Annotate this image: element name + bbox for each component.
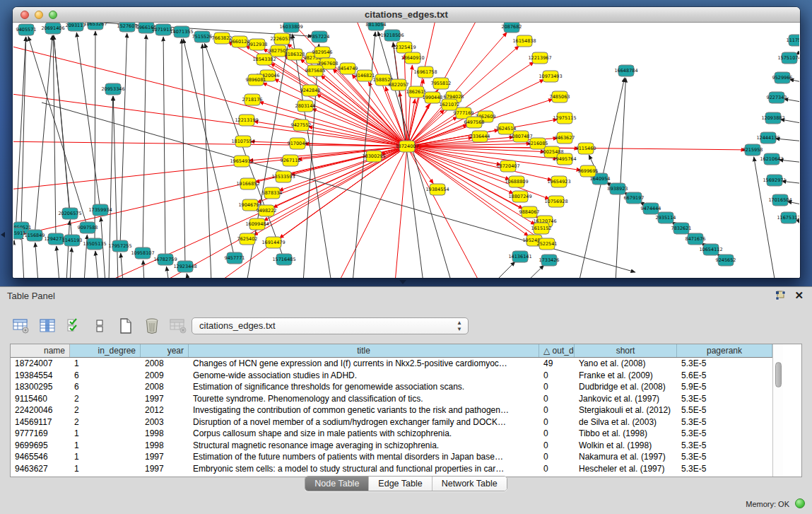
tab-node-table[interactable]: Node Table xyxy=(305,477,368,491)
close-panel-icon[interactable]: ✕ xyxy=(794,290,804,301)
table-type-tabbar: Node TableEdge TableNetwork Table xyxy=(0,476,812,491)
table-cell: 5.3E-5 xyxy=(677,463,772,475)
window-title: citations_edges.txt xyxy=(13,9,800,20)
table-row[interactable]: 2242004622012Investigating the contribut… xyxy=(11,404,772,416)
table-cell: 5.3E-5 xyxy=(677,358,772,370)
new-table-icon[interactable] xyxy=(116,317,135,336)
svg-text:9884067: 9884067 xyxy=(519,209,540,215)
svg-text:7857224: 7857224 xyxy=(310,34,330,40)
table-cell: Estimation of significance thresholds fo… xyxy=(189,381,539,393)
svg-text:6679197: 6679197 xyxy=(624,195,645,201)
table-cell: 2012 xyxy=(141,404,189,416)
svg-text:18720407: 18720407 xyxy=(496,163,519,169)
table-selector-value: citations_edges.txt xyxy=(199,320,276,331)
table-cell: Yano et al. (2008) xyxy=(575,358,677,370)
row-height-icon[interactable] xyxy=(90,317,109,336)
table-row[interactable]: 1830029562008Estimation of significance … xyxy=(11,381,772,393)
scrollbar-thumb[interactable] xyxy=(775,362,782,387)
svg-text:19046790: 19046790 xyxy=(238,202,261,208)
svg-text:20691406: 20691406 xyxy=(41,25,64,31)
table-cell: 1 xyxy=(70,451,141,463)
table-row[interactable]: 977716911998Corpus callosum shape and si… xyxy=(11,428,772,440)
svg-text:10973493: 10973493 xyxy=(539,74,562,79)
svg-text:20206575: 20206575 xyxy=(58,211,81,216)
column-header-name[interactable]: name xyxy=(11,344,70,357)
select-rows-icon[interactable] xyxy=(64,317,83,336)
table-row[interactable]: 1938455462009Genome-wide association stu… xyxy=(11,370,772,382)
table-cell: 2 xyxy=(70,416,141,428)
svg-text:8938923: 8938923 xyxy=(608,186,628,192)
table-cell: de Silva et al. (2003) xyxy=(575,416,677,428)
svg-text:5878334: 5878334 xyxy=(262,190,283,196)
svg-text:1862615: 1862615 xyxy=(406,89,427,95)
svg-text:2803144: 2803144 xyxy=(295,103,316,109)
tab-network-table[interactable]: Network Table xyxy=(432,477,507,491)
nodes-layer: 9405571206914062093117106532671527607696… xyxy=(13,23,799,272)
table-selector-dropdown[interactable]: citations_edges.txt ▲▼ xyxy=(192,317,469,334)
svg-text:9405571: 9405571 xyxy=(16,27,37,33)
table-cell: 5.5E-5 xyxy=(677,404,772,416)
svg-text:7485063: 7485063 xyxy=(550,94,570,100)
table-row[interactable]: 911546021997Tourette syndrome. Phenomeno… xyxy=(11,393,772,405)
table-cell: Changes of HCN gene expression and I(f) … xyxy=(189,358,539,370)
float-window-icon[interactable] xyxy=(775,291,786,300)
splitter-handle-icon[interactable] xyxy=(399,280,406,284)
delete-table-icon[interactable] xyxy=(142,317,161,336)
table-cell: 2003 xyxy=(141,416,189,428)
table-cell: Hescheler et al. (1997) xyxy=(575,463,677,475)
column-header-pagerank[interactable]: pagerank xyxy=(677,344,772,357)
table-cell: Wolkin et al. (1998) xyxy=(575,440,677,452)
svg-text:8813054: 8813054 xyxy=(366,23,387,28)
table-cell: 14569117 xyxy=(11,416,70,428)
svg-text:17359934: 17359934 xyxy=(88,207,112,213)
table-settings-icon[interactable] xyxy=(11,317,30,336)
svg-text:20953346: 20953346 xyxy=(101,86,124,92)
table-cell: 0 xyxy=(539,463,575,475)
svg-text:9498222: 9498222 xyxy=(257,208,277,214)
svg-text:11675312: 11675312 xyxy=(777,215,799,221)
table-row[interactable]: 1872400712008Changes of HCN gene express… xyxy=(11,358,772,370)
svg-text:18543382: 18543382 xyxy=(252,57,276,62)
table-row[interactable]: 946362711997Embryonic stem cells: a mode… xyxy=(11,463,772,475)
column-header-year[interactable]: year xyxy=(141,344,189,357)
table-cell: 1 xyxy=(70,358,141,370)
window-titlebar[interactable]: citations_edges.txt xyxy=(13,7,800,23)
show-columns-icon[interactable] xyxy=(37,317,57,336)
svg-text:12213199: 12213199 xyxy=(235,117,258,123)
svg-text:15751074: 15751074 xyxy=(777,55,799,61)
table-cell: 2 xyxy=(70,404,141,416)
svg-text:9699695: 9699695 xyxy=(578,168,599,174)
svg-text:8186328: 8186328 xyxy=(285,52,305,57)
svg-text:9896081: 9896081 xyxy=(246,77,266,83)
svg-text:10958107: 10958107 xyxy=(131,250,154,256)
svg-text:1156849: 1156849 xyxy=(25,233,45,238)
network-canvas[interactable]: 9405571206914062093117106532671527607696… xyxy=(13,23,799,278)
table-row[interactable]: 969969511998Structural magnetic resonanc… xyxy=(11,440,772,452)
table-cell: Nakamura et al. (1997) xyxy=(575,451,677,463)
table-cell: Disruption of a novel member of a sodium… xyxy=(189,416,539,428)
svg-text:8454749: 8454749 xyxy=(338,66,358,71)
table-cell: 9465546 xyxy=(11,451,70,463)
svg-text:8471676: 8471676 xyxy=(686,236,706,242)
table-cell: 0 xyxy=(539,393,575,405)
column-header-in_degree[interactable]: in_degree xyxy=(70,344,141,357)
desktop-background: 9405571206914062093117106532671527607696… xyxy=(0,0,812,286)
status-bar: Memory: OK xyxy=(0,496,812,514)
table-cell: Genome-wide association studies in ADHD. xyxy=(189,370,539,382)
table-row[interactable]: 1456911722003Disruption of a novel membe… xyxy=(11,416,772,428)
attribute-table: namein_degreeyeartitle△ out_de…shortpage… xyxy=(10,344,802,477)
table-scrollbar[interactable] xyxy=(772,344,783,477)
table-cell: 1 xyxy=(70,440,141,452)
tab-edge-table[interactable]: Edge Table xyxy=(368,477,431,491)
svg-text:7832621: 7832621 xyxy=(671,226,692,231)
svg-text:2935114: 2935114 xyxy=(656,215,676,221)
svg-text:9529966: 9529966 xyxy=(772,75,793,81)
column-header-title[interactable]: title xyxy=(189,344,539,357)
svg-text:9146821: 9146821 xyxy=(355,73,375,78)
collapse-panel-arrow-icon[interactable] xyxy=(1,232,5,238)
column-header-short[interactable]: short xyxy=(575,344,677,357)
table-row[interactable]: 946554611997Estimation of the future num… xyxy=(11,451,772,463)
table-cell: Stergiakouli et al. (2012) xyxy=(575,404,677,416)
table-cell: 19384554 xyxy=(11,370,70,382)
column-header-out_de[interactable]: △ out_de… xyxy=(539,344,575,357)
